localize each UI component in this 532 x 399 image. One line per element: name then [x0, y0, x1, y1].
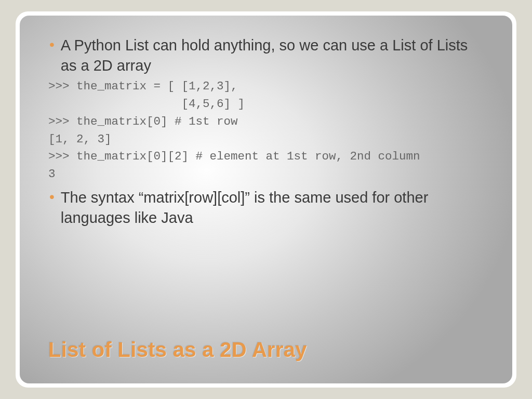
- bullet-item-2: • The syntax “matrix[row][col]” is the s…: [48, 188, 484, 228]
- code-line-2: [4,5,6] ]: [48, 97, 245, 111]
- bullet-text-1: A Python List can hold anything, so we c…: [61, 35, 484, 76]
- code-example: >>> the_matrix = [ [1,2,3], [4,5,6] ] >>…: [48, 78, 484, 183]
- code-line-4: [1, 2, 3]: [48, 132, 112, 146]
- slide-body: • A Python List can hold anything, so we…: [48, 35, 484, 228]
- code-line-3: >>> the_matrix[0] # 1st row: [48, 115, 238, 128]
- bullet-text-2: The syntax “matrix[row][col]” is the sam…: [61, 188, 484, 228]
- slide-title: List of Lists as a 2D Array: [48, 338, 307, 362]
- bullet-item-1: • A Python List can hold anything, so we…: [48, 35, 484, 76]
- bullet-icon: •: [49, 37, 55, 52]
- slide-content-area: • A Python List can hold anything, so we…: [20, 16, 512, 383]
- code-line-1: >>> the_matrix = [ [1,2,3],: [48, 79, 238, 93]
- bullet-icon: •: [49, 190, 55, 204]
- code-line-5: >>> the_matrix[0][2] # element at 1st ro…: [48, 150, 420, 163]
- code-line-6: 3: [48, 167, 56, 181]
- slide-outer-frame: • A Python List can hold anything, so we…: [16, 11, 516, 388]
